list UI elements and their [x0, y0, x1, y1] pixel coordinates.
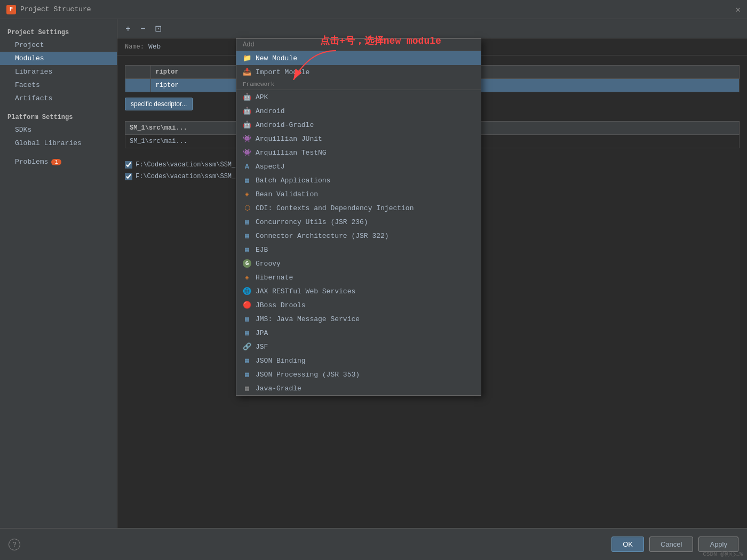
import-module-icon: 📥	[243, 68, 251, 76]
android-gradle-icon: 🤖	[243, 121, 251, 129]
content-toolbar: + − ⊡	[117, 19, 747, 38]
name-value: Web	[148, 43, 161, 51]
dropdown-framework-label: Framework	[236, 79, 481, 90]
dropdown-item-aspectj[interactable]: A AspectJ	[236, 159, 481, 173]
dropdown-item-android[interactable]: 🤖 Android	[236, 104, 481, 118]
dropdown-item-json-processing[interactable]: ▦ JSON Processing (JSR 353)	[236, 367, 481, 381]
copy-button[interactable]: ⊡	[152, 22, 164, 35]
groovy-icon: G	[243, 259, 251, 268]
concurrency-icon: ▦	[243, 218, 251, 226]
json-binding-icon: ▦	[243, 356, 251, 365]
sidebar-item-global-libraries[interactable]: Global Libraries	[0, 137, 117, 150]
ok-button[interactable]: OK	[611, 537, 644, 552]
dropdown-item-batch[interactable]: ▦ Batch Applications	[236, 173, 481, 187]
aspectj-icon: A	[243, 162, 251, 171]
dropdown-item-json-binding[interactable]: ▦ JSON Binding	[236, 354, 481, 367]
platform-settings-label: Platform Settings	[0, 110, 117, 123]
arquillian-junit-icon: 👾	[243, 134, 251, 143]
watermark: CSDN @初心…%	[703, 550, 743, 558]
col-header-descriptor: riptor	[151, 66, 243, 79]
jax-icon: 🌐	[243, 287, 251, 295]
sidebar-item-libraries[interactable]: Libraries	[0, 65, 117, 78]
sidebar-item-modules[interactable]: Modules	[0, 52, 117, 65]
dropdown-item-ejb[interactable]: ▦ EJB	[236, 243, 481, 257]
sidebar-item-sdks[interactable]: SDKs	[0, 123, 117, 137]
dropdown-item-groovy[interactable]: G Groovy	[236, 257, 481, 270]
add-descriptor-button[interactable]: specific descriptor...	[125, 98, 193, 110]
bottom-bar-left: ?	[9, 539, 20, 550]
dropdown-menu: Add 📁 New Module 📥 Import Module Framewo…	[236, 38, 481, 396]
jboss-icon: 🔴	[243, 301, 251, 309]
dropdown-item-jsf[interactable]: 🔗 JSF	[236, 340, 481, 354]
title-bar: P Project Structure ✕	[0, 0, 747, 19]
bean-validation-icon: ◈	[243, 190, 251, 198]
java-gradle-icon: ▦	[243, 384, 251, 393]
main-layout: Project Settings Project Modules Librari…	[0, 19, 747, 528]
bottom-bar: ? OK Cancel Apply	[0, 528, 747, 560]
dropdown-item-cdi[interactable]: ⬡ CDI: Contexts and Dependency Injection	[236, 201, 481, 215]
sidebar: Project Settings Project Modules Librari…	[0, 19, 117, 528]
dropdown-item-jboss[interactable]: 🔴 JBoss Drools	[236, 298, 481, 312]
sidebar-item-artifacts[interactable]: Artifacts	[0, 92, 117, 105]
col-header-1	[125, 66, 151, 79]
new-module-icon: 📁	[243, 54, 251, 62]
connector-icon: ▦	[243, 231, 251, 240]
jpa-icon: ▦	[243, 329, 251, 337]
dropdown-item-jpa[interactable]: ▦ JPA	[236, 326, 481, 340]
dropdown-add-header: Add	[236, 39, 481, 51]
help-button[interactable]: ?	[9, 539, 20, 550]
close-button[interactable]: ✕	[735, 4, 741, 15]
dropdown-new-module[interactable]: 📁 New Module	[236, 51, 481, 65]
apk-icon: 🤖	[243, 93, 251, 101]
json-processing-icon: ▦	[243, 370, 251, 379]
android-icon: 🤖	[243, 107, 251, 115]
app-icon: P	[6, 5, 16, 14]
cdi-icon: ⬡	[243, 204, 251, 212]
batch-icon: ▦	[243, 176, 251, 185]
source-root-checkbox-java[interactable]	[125, 161, 132, 169]
dropdown-item-jms[interactable]: ▦ JMS: Java Message Service	[236, 312, 481, 326]
sidebar-item-problems[interactable]: Problems 1	[0, 155, 117, 169]
dropdown-item-connector[interactable]: ▦ Connector Architecture (JSR 322)	[236, 229, 481, 243]
name-label: Name:	[125, 43, 144, 51]
hibernate-icon: ◈	[243, 273, 251, 282]
dropdown-item-java-gradle[interactable]: ▦ Java-Gradle	[236, 381, 481, 395]
dropdown-item-jax[interactable]: 🌐 JAX RESTful Web Services	[236, 284, 481, 298]
remove-button[interactable]: −	[137, 22, 149, 35]
cancel-button[interactable]: Cancel	[649, 537, 693, 552]
ejb-icon: ▦	[243, 245, 251, 254]
problems-badge: 1	[51, 159, 61, 165]
source-root-checkbox-resources[interactable]	[125, 173, 132, 180]
dropdown-item-arquillian-testng[interactable]: 👾 Arquillian TestNG	[236, 146, 481, 159]
window-title: Project Structure	[20, 5, 91, 13]
content-panel: + − ⊡ Name: Web riptor Path	[117, 19, 747, 528]
dropdown-import-module[interactable]: 📥 Import Module	[236, 65, 481, 79]
dropdown-item-hibernate[interactable]: ◈ Hibernate	[236, 270, 481, 284]
jms-icon: ▦	[243, 315, 251, 323]
jsf-icon: 🔗	[243, 342, 251, 351]
dropdown-item-android-gradle[interactable]: 🤖 Android-Gradle	[236, 118, 481, 132]
dropdown-item-apk[interactable]: 🤖 APK	[236, 90, 481, 104]
add-button[interactable]: +	[122, 22, 134, 35]
project-settings-label: Project Settings	[0, 26, 117, 38]
arquillian-testng-icon: 👾	[243, 148, 251, 157]
dropdown-item-bean-validation[interactable]: ◈ Bean Validation	[236, 187, 481, 201]
sidebar-item-project[interactable]: Project	[0, 38, 117, 52]
dropdown-item-concurrency[interactable]: ▦ Concurrency Utils (JSR 236)	[236, 215, 481, 229]
sidebar-item-facets[interactable]: Facets	[0, 78, 117, 92]
dropdown-item-arquillian-junit[interactable]: 👾 Arquillian JUnit	[236, 132, 481, 146]
